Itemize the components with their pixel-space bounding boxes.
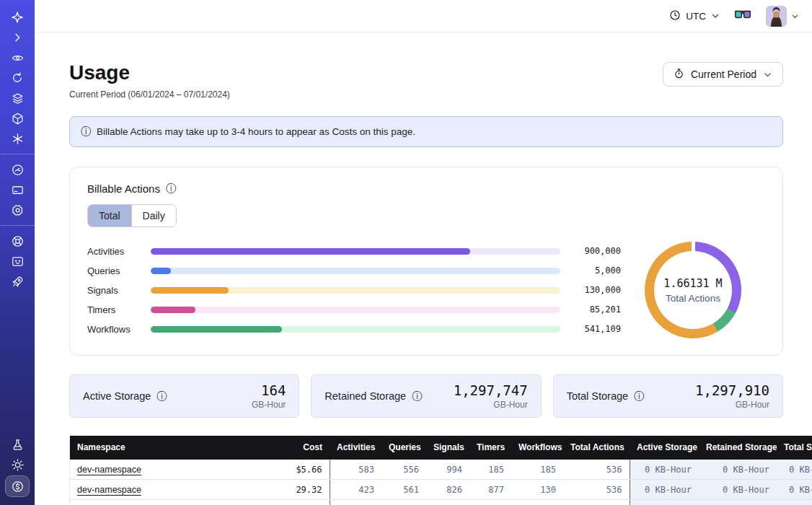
billable-actions-title: Billable Actions [87,183,160,195]
bar-fill [151,248,470,255]
col-namespace[interactable]: Namespace [70,436,265,460]
signals-cell: 994 [426,460,469,480]
feedback-terminal-icon[interactable] [6,252,29,271]
main-content: Usage Current Period (06/01/2024 – 07/01… [35,33,812,505]
period-button-label: Current Period [691,69,756,80]
storage-card-value: 164 [252,382,286,398]
info-icon[interactable]: ⓘ [412,391,422,401]
activities-cell: 423 [330,480,381,500]
period-selector-button[interactable]: Current Period [663,62,783,87]
clock-icon [669,9,681,23]
topbar: UTC [35,0,812,32]
active-storage-cell: 0 KB-Hour [630,460,699,480]
col-cost[interactable]: Cost [265,436,330,460]
total-actions-cell: 536 [563,480,630,500]
total-storage-cell: 0 KB-Hour [777,500,812,505]
bar-label: Queries [87,265,151,276]
info-icon[interactable]: ⓘ [156,391,167,401]
page-title: Usage [69,62,230,84]
storage-card-unit: GB-Hour [695,400,769,410]
total-actions-cell: 130 [563,500,630,505]
layers-icon[interactable] [6,89,29,107]
asterisk-icon[interactable] [6,129,29,148]
cost-cell: $3.35 [265,500,330,505]
storage-summary-row: Active Storage ⓘ 164 GB-Hour Retained St… [69,374,783,418]
total-storage-cell: 0 KB-Hour [777,460,812,480]
info-icon[interactable]: ⓘ [166,183,176,193]
history-icon[interactable] [6,69,29,87]
user-menu[interactable] [766,6,799,27]
billing-card-icon[interactable] [6,180,29,199]
deployments-cube-icon[interactable] [6,109,29,128]
support-lifebuoy-icon[interactable] [6,232,29,250]
queries-cell: 536 [381,500,426,505]
cost-cell: 29.32 [265,480,330,500]
temporal-logo[interactable] [6,8,29,27]
activities-cell: 583 [330,460,381,480]
total-actions-value: 1.66131 M [663,277,722,290]
workflows-cell: 600 [511,500,563,505]
retained-storage-cell: 0 KB-Hour [699,460,777,480]
theme-sun-icon[interactable] [6,455,29,474]
total-storage-cell: 0 KB-Hour [777,480,812,500]
cost-cell: $5.66 [265,460,330,480]
tab-daily[interactable]: Daily [131,205,176,227]
bar-track [151,287,560,294]
col-signals[interactable]: Signals [426,436,469,460]
col-total-storage[interactable]: Total Storage [777,436,812,460]
col-queries[interactable]: Queries [381,436,426,460]
total-actions-label: Total Actions [666,293,720,304]
active-storage-cell: 0 KB-Hour [630,480,699,500]
table-row: dev-namespace 29.32 423 561 826 877 130 … [70,480,812,500]
workflows-cell: 130 [511,480,563,500]
usage-dollar-icon[interactable] [5,475,30,497]
namespace-link[interactable]: dev-namespace [77,485,141,495]
namespace-link[interactable]: dev-namespace [77,465,141,475]
info-icon[interactable]: ⓘ [634,391,644,401]
storage-card-label: Retained Storage [325,390,406,402]
lab-flask-icon[interactable] [6,435,29,454]
col-activities[interactable]: Activities [330,436,381,460]
storage-card-label: Total Storage [567,390,628,402]
timers-cell: 877 [469,480,511,500]
sidebar [0,0,35,505]
settings-gear-icon[interactable] [6,201,29,219]
col-active-storage[interactable]: Active Storage [630,436,699,460]
total-actions-donut: 1.66131 M Total Actions [645,242,741,338]
usage-bar-row: Workflows 541,109 [87,320,621,339]
col-total-actions[interactable]: Total Actions [563,436,630,460]
col-retained-storage[interactable]: Retained Storage [699,436,777,460]
sidebar-divider [1,225,35,226]
bar-fill [151,268,171,274]
bar-value: 85,201 [569,304,621,315]
getting-started-rocket-icon[interactable] [6,272,29,291]
dev-glasses-icon[interactable] [734,8,751,24]
tab-total[interactable]: Total [88,205,131,227]
col-workflows[interactable]: Workflows [511,436,563,460]
workflows-cell: 185 [511,460,563,480]
sidebar-divider [1,154,35,154]
gauge-icon[interactable] [6,160,29,179]
donut-chart-wrap: 1.66131 M Total Actions [621,242,765,338]
bar-chart: Activities 900,000 Queries 5,000 Signals… [87,242,621,339]
timezone-selector[interactable]: UTC [669,9,720,23]
col-timers[interactable]: Timers [469,436,511,460]
bar-track [151,268,560,274]
retained-storage-cell: 0 KB-Hour [699,480,777,500]
bar-value: 541,109 [569,324,621,334]
namespace-usage-table: Namespace Cost Activities Queries Signal… [69,436,783,505]
bar-label: Signals [87,285,151,296]
bar-label: Activities [87,246,151,257]
bar-track [151,248,560,255]
banner-text: Billable Actions may take up to 3-4 hour… [97,126,415,137]
bar-value: 130,000 [569,285,621,295]
namespaces-icon[interactable] [6,48,29,67]
info-banner: ⓘ Billable Actions may take up to 3-4 ho… [69,116,783,147]
bar-label: Timers [87,304,151,315]
active-storage-cell: 0 KB-Hour [630,500,699,505]
queries-cell: 561 [381,480,426,500]
queries-cell: 556 [381,460,426,480]
billable-actions-chart: Activities 900,000 Queries 5,000 Signals… [87,242,765,339]
chevron-right-icon[interactable] [6,28,29,47]
usage-bar-row: Queries 5,000 [87,261,621,281]
